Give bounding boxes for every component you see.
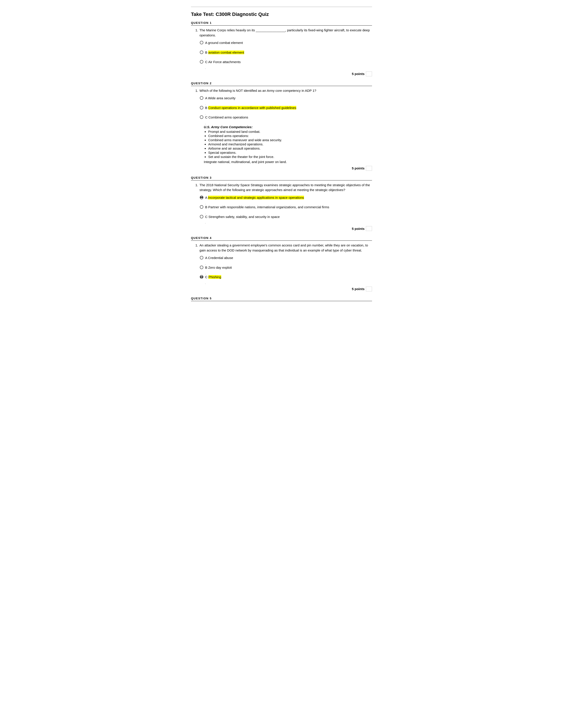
option-row-3-3[interactable]: C Strengthen safety, stability, and secu… [200, 214, 372, 220]
radio-icon-4-1[interactable] [200, 256, 203, 259]
option-dot-2-1: . [205, 103, 372, 105]
sub-info-bullet-2-5: Airborne and air assault operations. [208, 146, 372, 150]
sub-info-bullet-2-6: Special operations. [208, 151, 372, 154]
radio-icon-2-2[interactable] [200, 106, 203, 109]
option-row-4-3[interactable]: C Phishing [200, 275, 372, 280]
option-text-3-3: C Strengthen safety, stability, and secu… [205, 214, 280, 220]
points-row-3: 5 points [191, 226, 372, 231]
points-label-3: 5 points [352, 227, 365, 231]
points-box-1 [366, 71, 372, 76]
option-dot-1-2: . [205, 57, 372, 60]
question-block-5: QUESTION 5 [191, 297, 372, 301]
question-label-3: QUESTION 3 [191, 176, 372, 180]
option-text-3-2: B Partner with responsible nations, inte… [205, 205, 329, 210]
question-block-1: QUESTION 11.The Marine Corps relies heav… [191, 21, 372, 76]
option-dot-2-2: . [205, 113, 372, 115]
sub-info-footer-2: Integrate national, multinational, and j… [204, 160, 372, 164]
sub-info-title-2: U.S. Army Core Competencies: [204, 125, 252, 129]
option-dot-1-1: . [205, 48, 372, 50]
option-text-1-1: A ground combat element [205, 40, 243, 45]
radio-icon-1-2[interactable] [200, 51, 203, 54]
option-dot-4-3: . [205, 282, 372, 284]
question-text-2: Which of the following is NOT identified… [199, 88, 317, 93]
question-number-3: 1. [195, 183, 198, 193]
option-row-1-2[interactable]: B aviation combat element [200, 50, 372, 55]
points-row-4: 5 points [191, 287, 372, 291]
option-dot-3-1: . [205, 202, 372, 205]
points-label-2: 5 points [352, 166, 365, 170]
option-row-1-1[interactable]: A ground combat element [200, 40, 372, 45]
option-row-2-2[interactable]: B Conduct operations in accordance with … [200, 105, 372, 111]
question-label-2: QUESTION 2 [191, 82, 372, 86]
question-number-2: 1. [195, 88, 198, 93]
sub-info-bullet-2-4: Armored and mechanized operations. [208, 142, 372, 146]
option-dot-3-3: . [205, 221, 372, 224]
page-title: Take Test: C300R Diagnostic Quiz [191, 11, 372, 17]
radio-icon-3-2[interactable] [200, 205, 203, 209]
option-row-2-3[interactable]: C Combined arms operations [200, 115, 372, 120]
option-row-3-2[interactable]: B Partner with responsible nations, inte… [200, 205, 372, 210]
radio-icon-2-1[interactable] [200, 96, 203, 100]
option-dot-4-1: . [205, 263, 372, 265]
radio-icon-3-3[interactable] [200, 215, 203, 218]
question-text-4: An attacker stealing a government employ… [199, 243, 372, 253]
question-label-4: QUESTION 4 [191, 236, 372, 241]
option-row-1-3[interactable]: C Air Force attachments [200, 60, 372, 65]
option-text-2-1: A Wide area security [205, 96, 235, 101]
option-row-2-1[interactable]: A Wide area security [200, 96, 372, 101]
question-label-5: QUESTION 5 [191, 297, 372, 301]
points-box-3 [366, 226, 372, 231]
sub-info-bullet-2-7: Set and sustain the theater for the join… [208, 155, 372, 159]
question-text-3: The 2018 National Security Space Strateg… [199, 183, 372, 193]
radio-icon-1-1[interactable] [200, 41, 203, 44]
option-dot-4-2: . [205, 272, 372, 275]
options-group-4: A Credential abuse.B Zero day exploit.C … [200, 255, 372, 284]
top-border [191, 7, 372, 7]
radio-icon-2-3[interactable] [200, 115, 203, 119]
sub-info-bullet-2-1: Prompt and sustained land combat. [208, 130, 372, 133]
radio-icon-3-1[interactable] [200, 196, 203, 199]
option-row-4-1[interactable]: A Credential abuse [200, 255, 372, 261]
question-block-2: QUESTION 21.Which of the following is NO… [191, 82, 372, 171]
question-label-1: QUESTION 1 [191, 21, 372, 26]
sub-info-bullet-2-3: Combined arms maneuver and wide area sec… [208, 138, 372, 142]
option-text-1-3: C Air Force attachments [205, 60, 241, 65]
sub-info-2: U.S. Army Core Competencies:Prompt and s… [204, 125, 372, 164]
sub-info-bullet-2-2: Combined arms operations: [208, 134, 372, 138]
question-block-4: QUESTION 41.An attacker stealing a gover… [191, 236, 372, 291]
option-text-2-3: C Combined arms operations [205, 115, 248, 120]
question-number-1: 1. [195, 28, 198, 38]
points-row-2: 5 points [191, 166, 372, 171]
question-block-3: QUESTION 31.The 2018 National Security S… [191, 176, 372, 231]
option-text-2-2: B Conduct operations in accordance with … [205, 105, 296, 111]
points-row-1: 5 points [191, 71, 372, 76]
radio-icon-4-2[interactable] [200, 266, 203, 269]
options-group-2: A Wide area security.B Conduct operation… [200, 96, 372, 125]
option-dot-2-3: . [205, 122, 372, 125]
points-box-2 [366, 166, 372, 171]
radio-icon-1-3[interactable] [200, 60, 203, 64]
points-label-4: 5 points [352, 287, 365, 291]
option-text-1-2: B aviation combat element [205, 50, 244, 55]
option-text-4-2: B Zero day exploit [205, 265, 232, 270]
options-group-3: A Incorporate tactical and strategic app… [200, 195, 372, 224]
points-label-1: 5 points [352, 72, 365, 76]
option-dot-3-2: . [205, 212, 372, 214]
points-box-4 [366, 287, 372, 291]
option-row-3-1[interactable]: A Incorporate tactical and strategic app… [200, 195, 372, 200]
option-row-4-2[interactable]: B Zero day exploit [200, 265, 372, 270]
option-text-3-1: A Incorporate tactical and strategic app… [205, 195, 304, 200]
option-text-4-1: A Credential abuse [205, 255, 233, 261]
question-number-4: 1. [195, 243, 198, 253]
option-text-4-3: C Phishing [205, 275, 221, 280]
options-group-1: A ground combat element.B aviation comba… [200, 40, 372, 69]
radio-icon-4-3[interactable] [200, 275, 203, 279]
option-dot-1-3: . [205, 67, 372, 69]
question-text-1: The Marine Corps relies heavily on its _… [199, 28, 372, 38]
